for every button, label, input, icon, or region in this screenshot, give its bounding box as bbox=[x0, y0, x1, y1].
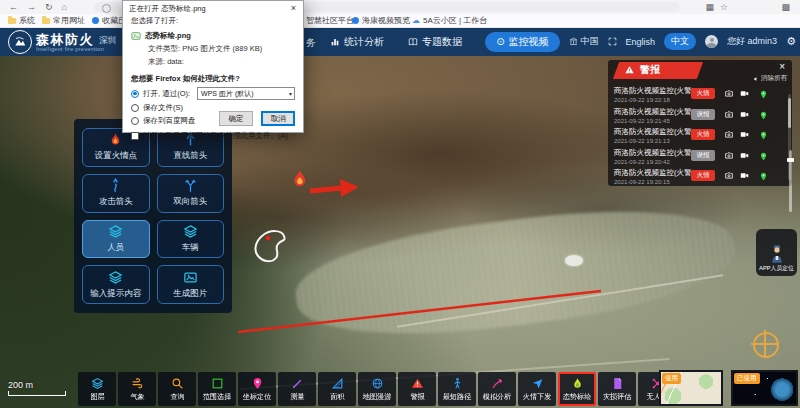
select-value: WPS 图片 (默认) bbox=[201, 89, 254, 99]
alert-row[interactable]: 商洛防火视频监控(火警) 2021-09-22 19:21:13 火情 bbox=[614, 127, 788, 148]
location-pin-icon[interactable] bbox=[759, 130, 768, 141]
basemap-earth-thumbnail[interactable]: 已使用 bbox=[731, 370, 798, 406]
cancel-button[interactable]: 取消 bbox=[261, 111, 295, 126]
compass-target-icon[interactable] bbox=[753, 332, 779, 358]
clear-all-button[interactable]: 消除所有 bbox=[753, 74, 787, 83]
avatar[interactable] bbox=[705, 35, 718, 48]
open-with-select[interactable]: WPS 图片 (默认) ▾ bbox=[197, 87, 295, 100]
false-alarm-tag-button[interactable]: 误报 bbox=[691, 150, 715, 161]
bookmark-label: 常用网址 bbox=[53, 15, 85, 26]
browser-menu-icon[interactable]: ▩ bbox=[781, 2, 790, 12]
video-camera-icon[interactable] bbox=[739, 171, 750, 180]
location-pin-icon[interactable] bbox=[759, 171, 768, 182]
bookmark-folder-system[interactable]: 系统 bbox=[8, 15, 35, 26]
monitor-video-button[interactable]: ⊙ 监控视频 bbox=[485, 32, 559, 52]
book-icon bbox=[408, 37, 418, 47]
app-personnel-locator-widget[interactable]: APP人员定位 bbox=[756, 229, 797, 276]
layers-icon bbox=[108, 224, 123, 239]
camera-icon[interactable] bbox=[724, 110, 734, 119]
camera-icon[interactable] bbox=[724, 151, 734, 160]
alert-row[interactable]: 商洛防火视频监控(火警) 2021-09-22 19:20:15 火情 bbox=[614, 168, 788, 186]
fire-tag-button[interactable]: 火情 bbox=[691, 129, 715, 140]
bookmark-star-icon[interactable]: ☆ bbox=[720, 2, 728, 12]
site-identity-icon[interactable] bbox=[102, 4, 111, 13]
radio-open-with[interactable] bbox=[131, 90, 139, 98]
toolbar-measure[interactable]: 测量 bbox=[278, 372, 316, 406]
close-icon[interactable]: × bbox=[779, 61, 785, 72]
tool-input-prompt[interactable]: 输入提示内容 bbox=[82, 265, 150, 304]
tool-label: 攻击箭头 bbox=[99, 196, 133, 208]
radio-open-label: 打开, 通过(O): bbox=[143, 89, 190, 99]
dialog-question: 您想要 Firefox 如何处理此文件? bbox=[131, 74, 295, 84]
bookmark-community-platform[interactable]: 智慧社区平台 bbox=[296, 15, 354, 26]
video-camera-icon[interactable] bbox=[739, 151, 750, 160]
bookmark-folder-common[interactable]: 常用网址 bbox=[42, 15, 85, 26]
settings-gear-icon[interactable]: ⚙ bbox=[786, 35, 796, 48]
location-pin-icon[interactable] bbox=[759, 110, 768, 121]
toolbar-simulation-analysis[interactable]: 模拟分析 bbox=[478, 372, 516, 406]
ok-button[interactable]: 确定 bbox=[219, 111, 253, 126]
location-pin-icon[interactable] bbox=[759, 151, 768, 162]
bookmark-cloud-workbench[interactable]: ☁ 5A云小区 | 工作台 bbox=[412, 15, 487, 26]
home-icon[interactable]: ⌂ bbox=[62, 2, 67, 12]
radio-save-file[interactable] bbox=[131, 104, 139, 112]
toolbar-alarm[interactable]: 警报 bbox=[398, 372, 436, 406]
toolbar-fire-dispatch[interactable]: 火情下发 bbox=[518, 372, 556, 406]
toolbar-map-roam[interactable]: 地图漫游 bbox=[358, 372, 396, 406]
menu-item-partial[interactable]: 务 bbox=[306, 36, 316, 50]
bookmark-hikvision[interactable]: 海康视频预览 bbox=[352, 15, 410, 26]
menu-item-thematic-data[interactable]: 专题数据 bbox=[408, 35, 462, 49]
simulate-arrow-icon bbox=[491, 377, 504, 390]
toolbar-label: 态势标绘 bbox=[563, 392, 592, 402]
fire-tag-button[interactable]: 火情 bbox=[691, 170, 715, 181]
camera-icon[interactable] bbox=[724, 130, 734, 139]
remember-action-checkbox[interactable] bbox=[131, 132, 139, 140]
lang-english[interactable]: English bbox=[626, 37, 656, 47]
reload-icon[interactable]: ↻ bbox=[45, 2, 53, 12]
basemap-street-thumbnail[interactable]: 使用 bbox=[659, 370, 723, 406]
toolbar-shortest-path[interactable]: 最短路径 bbox=[438, 372, 476, 406]
toolbar-range-select[interactable]: 范围选择 bbox=[198, 372, 236, 406]
toolbar-coordinate-locate[interactable]: 坐标定位 bbox=[238, 372, 276, 406]
monitor-label: 监控视频 bbox=[509, 35, 549, 49]
layers-icon bbox=[91, 377, 104, 390]
country-selector[interactable]: 中国 bbox=[569, 35, 599, 48]
fullscreen-icon[interactable] bbox=[608, 37, 617, 46]
toolbar-search[interactable]: 查询 bbox=[158, 372, 196, 406]
close-icon[interactable]: × bbox=[291, 3, 296, 13]
video-camera-icon[interactable] bbox=[739, 130, 750, 139]
camera-icon[interactable] bbox=[724, 89, 734, 98]
menu-item-statistics[interactable]: 统计分析 bbox=[330, 35, 384, 49]
tool-double-arrow[interactable]: 双向箭头 bbox=[157, 174, 225, 213]
alert-row[interactable]: 商洛防火视频监控(火警) 2021-09-22 19:22:18 火情 bbox=[614, 86, 788, 107]
toolbar-label: 灾损评估 bbox=[603, 392, 632, 402]
toolbar-damage-assessment[interactable]: 灾损评估 bbox=[598, 372, 636, 406]
false-alarm-tag-button[interactable]: 误报 bbox=[691, 109, 715, 120]
tool-label: 车辆 bbox=[182, 242, 199, 254]
police-officer-icon bbox=[769, 244, 785, 264]
location-pin-icon[interactable] bbox=[759, 89, 768, 100]
tool-vehicle[interactable]: 车辆 bbox=[157, 220, 225, 259]
toolbar-situation-plot[interactable]: 态势标绘 bbox=[558, 372, 596, 406]
tool-personnel[interactable]: 人员 bbox=[82, 220, 150, 259]
alert-row[interactable]: 商洛防火视频监控(火警) 2021-09-22 19:20:42 误报 bbox=[614, 148, 788, 169]
toolbar-area[interactable]: 面积 bbox=[318, 372, 356, 406]
video-camera-icon[interactable] bbox=[739, 89, 750, 98]
video-camera-icon[interactable] bbox=[739, 110, 750, 119]
toolbar-layers[interactable]: 图层 bbox=[78, 372, 116, 406]
tool-attack-arrow[interactable]: 攻击箭头 bbox=[82, 174, 150, 213]
forward-icon[interactable]: → bbox=[27, 2, 36, 12]
fire-tag-button[interactable]: 火情 bbox=[691, 88, 715, 99]
toolbar-weather[interactable]: 气象 bbox=[118, 372, 156, 406]
monitor-eye-icon: ⊙ bbox=[496, 36, 504, 47]
checkbox-label: 以后自动采用相同的动作处理此类文件。(A) bbox=[143, 131, 288, 141]
camera-icon[interactable] bbox=[724, 171, 734, 180]
attack-arrow-icon bbox=[108, 178, 123, 193]
tool-generate-image[interactable]: 生成图片 bbox=[157, 265, 225, 304]
back-icon[interactable]: ← bbox=[9, 2, 18, 12]
alert-row[interactable]: 商洛防火视频监控(火警) 2021-09-22 19:21:45 误报 bbox=[614, 107, 788, 128]
map-zoom-slider[interactable] bbox=[789, 150, 792, 212]
lang-chinese[interactable]: 中文 bbox=[664, 33, 696, 50]
qr-code-icon[interactable]: ▦ bbox=[705, 2, 714, 12]
radio-save-baidu[interactable] bbox=[131, 117, 139, 125]
